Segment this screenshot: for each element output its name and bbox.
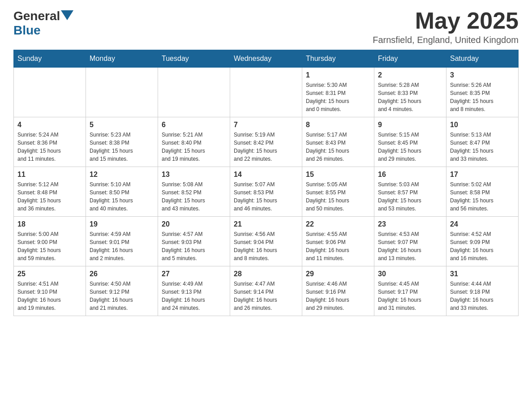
calendar-cell: 12Sunrise: 5:10 AM Sunset: 8:50 PM Dayli… bbox=[86, 167, 158, 217]
logo-triangle-icon bbox=[61, 10, 73, 20]
day-number: 26 bbox=[90, 270, 154, 278]
day-info: Sunrise: 5:17 AM Sunset: 8:43 PM Dayligh… bbox=[306, 131, 370, 163]
day-info: Sunrise: 5:03 AM Sunset: 8:57 PM Dayligh… bbox=[378, 180, 442, 213]
day-info: Sunrise: 4:49 AM Sunset: 9:13 PM Dayligh… bbox=[162, 280, 226, 312]
calendar-cell: 2Sunrise: 5:28 AM Sunset: 8:33 PM Daylig… bbox=[374, 68, 446, 117]
week-row-4: 18Sunrise: 5:00 AM Sunset: 9:00 PM Dayli… bbox=[14, 217, 519, 266]
title-area: May 2025 Farnsfield, England, United Kin… bbox=[373, 9, 519, 45]
day-info: Sunrise: 5:13 AM Sunset: 8:47 PM Dayligh… bbox=[450, 131, 515, 163]
day-number: 4 bbox=[17, 121, 82, 129]
day-number: 23 bbox=[378, 220, 442, 228]
header-sunday: Sunday bbox=[14, 50, 86, 68]
calendar-cell: 9Sunrise: 5:15 AM Sunset: 8:45 PM Daylig… bbox=[374, 117, 446, 167]
day-info: Sunrise: 4:59 AM Sunset: 9:01 PM Dayligh… bbox=[90, 230, 154, 262]
calendar-cell: 25Sunrise: 4:51 AM Sunset: 9:10 PM Dayli… bbox=[14, 266, 86, 316]
week-row-5: 25Sunrise: 4:51 AM Sunset: 9:10 PM Dayli… bbox=[14, 266, 519, 316]
day-number: 14 bbox=[234, 171, 298, 179]
day-number: 13 bbox=[162, 171, 226, 179]
logo-blue-text: Blue bbox=[13, 23, 41, 37]
day-info: Sunrise: 5:02 AM Sunset: 8:58 PM Dayligh… bbox=[450, 180, 515, 213]
calendar-cell bbox=[14, 68, 86, 117]
calendar-cell: 20Sunrise: 4:57 AM Sunset: 9:03 PM Dayli… bbox=[158, 217, 230, 266]
day-info: Sunrise: 4:57 AM Sunset: 9:03 PM Dayligh… bbox=[162, 230, 226, 262]
day-number: 18 bbox=[17, 220, 82, 228]
logo: General Blue bbox=[13, 9, 73, 38]
week-row-1: 1Sunrise: 5:30 AM Sunset: 8:31 PM Daylig… bbox=[14, 68, 519, 117]
month-year-title: May 2025 bbox=[373, 9, 519, 32]
calendar-cell: 11Sunrise: 5:12 AM Sunset: 8:48 PM Dayli… bbox=[14, 167, 86, 217]
day-number: 7 bbox=[234, 121, 298, 129]
calendar-cell: 21Sunrise: 4:56 AM Sunset: 9:04 PM Dayli… bbox=[230, 217, 302, 266]
calendar-cell: 7Sunrise: 5:19 AM Sunset: 8:42 PM Daylig… bbox=[230, 117, 302, 167]
calendar-header-row: SundayMondayTuesdayWednesdayThursdayFrid… bbox=[14, 50, 519, 68]
day-number: 6 bbox=[162, 121, 226, 129]
calendar-cell: 5Sunrise: 5:23 AM Sunset: 8:38 PM Daylig… bbox=[86, 117, 158, 167]
calendar-cell: 29Sunrise: 4:46 AM Sunset: 9:16 PM Dayli… bbox=[302, 266, 374, 316]
day-number: 24 bbox=[450, 220, 515, 228]
calendar-table: SundayMondayTuesdayWednesdayThursdayFrid… bbox=[13, 50, 519, 316]
day-info: Sunrise: 4:56 AM Sunset: 9:04 PM Dayligh… bbox=[234, 230, 298, 262]
day-info: Sunrise: 5:21 AM Sunset: 8:40 PM Dayligh… bbox=[162, 131, 226, 163]
calendar-cell: 30Sunrise: 4:45 AM Sunset: 9:17 PM Dayli… bbox=[374, 266, 446, 316]
header-friday: Friday bbox=[374, 50, 446, 68]
calendar-cell: 26Sunrise: 4:50 AM Sunset: 9:12 PM Dayli… bbox=[86, 266, 158, 316]
day-number: 25 bbox=[17, 270, 82, 278]
calendar-cell: 14Sunrise: 5:07 AM Sunset: 8:53 PM Dayli… bbox=[230, 167, 302, 217]
day-info: Sunrise: 5:15 AM Sunset: 8:45 PM Dayligh… bbox=[378, 131, 442, 163]
day-info: Sunrise: 5:23 AM Sunset: 8:38 PM Dayligh… bbox=[90, 131, 154, 163]
day-info: Sunrise: 4:52 AM Sunset: 9:09 PM Dayligh… bbox=[450, 230, 515, 262]
day-number: 3 bbox=[450, 71, 515, 79]
calendar-cell: 4Sunrise: 5:24 AM Sunset: 8:36 PM Daylig… bbox=[14, 117, 86, 167]
page-header: General Blue May 2025 Farnsfield, Englan… bbox=[13, 9, 519, 45]
day-number: 21 bbox=[234, 220, 298, 228]
day-number: 28 bbox=[234, 270, 298, 278]
day-info: Sunrise: 4:47 AM Sunset: 9:14 PM Dayligh… bbox=[234, 280, 298, 312]
calendar-cell: 6Sunrise: 5:21 AM Sunset: 8:40 PM Daylig… bbox=[158, 117, 230, 167]
day-number: 22 bbox=[306, 220, 370, 228]
day-info: Sunrise: 5:10 AM Sunset: 8:50 PM Dayligh… bbox=[90, 180, 154, 213]
day-info: Sunrise: 5:08 AM Sunset: 8:52 PM Dayligh… bbox=[162, 180, 226, 213]
week-row-2: 4Sunrise: 5:24 AM Sunset: 8:36 PM Daylig… bbox=[14, 117, 519, 167]
day-number: 29 bbox=[306, 270, 370, 278]
day-number: 10 bbox=[450, 121, 515, 129]
header-tuesday: Tuesday bbox=[158, 50, 230, 68]
day-info: Sunrise: 5:24 AM Sunset: 8:36 PM Dayligh… bbox=[17, 131, 82, 163]
calendar-cell: 13Sunrise: 5:08 AM Sunset: 8:52 PM Dayli… bbox=[158, 167, 230, 217]
day-number: 9 bbox=[378, 121, 442, 129]
day-number: 11 bbox=[17, 171, 82, 179]
day-info: Sunrise: 5:19 AM Sunset: 8:42 PM Dayligh… bbox=[234, 131, 298, 163]
day-number: 1 bbox=[306, 71, 370, 79]
day-number: 19 bbox=[90, 220, 154, 228]
day-info: Sunrise: 5:12 AM Sunset: 8:48 PM Dayligh… bbox=[17, 180, 82, 213]
day-info: Sunrise: 4:44 AM Sunset: 9:18 PM Dayligh… bbox=[450, 280, 515, 312]
day-number: 15 bbox=[306, 171, 370, 179]
header-monday: Monday bbox=[86, 50, 158, 68]
header-thursday: Thursday bbox=[302, 50, 374, 68]
calendar-cell: 23Sunrise: 4:53 AM Sunset: 9:07 PM Dayli… bbox=[374, 217, 446, 266]
day-number: 17 bbox=[450, 171, 515, 179]
day-number: 31 bbox=[450, 270, 515, 278]
day-info: Sunrise: 5:30 AM Sunset: 8:31 PM Dayligh… bbox=[306, 81, 370, 113]
calendar-cell: 27Sunrise: 4:49 AM Sunset: 9:13 PM Dayli… bbox=[158, 266, 230, 316]
day-number: 30 bbox=[378, 270, 442, 278]
calendar-cell bbox=[86, 68, 158, 117]
day-number: 2 bbox=[378, 71, 442, 79]
week-row-3: 11Sunrise: 5:12 AM Sunset: 8:48 PM Dayli… bbox=[14, 167, 519, 217]
day-number: 5 bbox=[90, 121, 154, 129]
day-number: 20 bbox=[162, 220, 226, 228]
day-info: Sunrise: 4:46 AM Sunset: 9:16 PM Dayligh… bbox=[306, 280, 370, 312]
calendar-cell bbox=[158, 68, 230, 117]
day-info: Sunrise: 5:07 AM Sunset: 8:53 PM Dayligh… bbox=[234, 180, 298, 213]
header-saturday: Saturday bbox=[446, 50, 519, 68]
day-number: 12 bbox=[90, 171, 154, 179]
calendar-cell: 1Sunrise: 5:30 AM Sunset: 8:31 PM Daylig… bbox=[302, 68, 374, 117]
day-info: Sunrise: 4:51 AM Sunset: 9:10 PM Dayligh… bbox=[17, 280, 82, 312]
day-info: Sunrise: 4:53 AM Sunset: 9:07 PM Dayligh… bbox=[378, 230, 442, 262]
day-info: Sunrise: 5:00 AM Sunset: 9:00 PM Dayligh… bbox=[17, 230, 82, 262]
calendar-cell: 31Sunrise: 4:44 AM Sunset: 9:18 PM Dayli… bbox=[446, 266, 519, 316]
calendar-cell: 19Sunrise: 4:59 AM Sunset: 9:01 PM Dayli… bbox=[86, 217, 158, 266]
day-number: 16 bbox=[378, 171, 442, 179]
logo-general-text: General bbox=[13, 9, 60, 23]
day-info: Sunrise: 5:05 AM Sunset: 8:55 PM Dayligh… bbox=[306, 180, 370, 213]
location-subtitle: Farnsfield, England, United Kingdom bbox=[373, 35, 519, 45]
